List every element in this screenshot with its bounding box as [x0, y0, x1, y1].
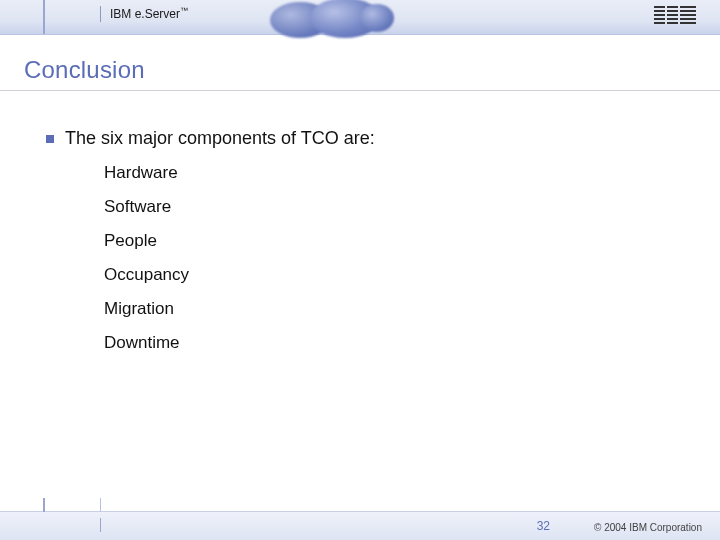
page-number: 32	[537, 519, 550, 533]
list-item: People	[104, 231, 680, 251]
blob-decoration	[270, 2, 330, 38]
slide-title: Conclusion	[24, 56, 145, 84]
lead-bullet: The six major components of TCO are:	[46, 128, 680, 149]
header-decorative-blobs	[270, 0, 390, 40]
footer-accent-line	[43, 498, 45, 512]
brand-tm: ™	[180, 6, 188, 15]
header-accent-line	[43, 0, 45, 34]
header-divider	[100, 6, 101, 22]
content-area: The six major components of TCO are: Har…	[46, 128, 680, 367]
lead-text: The six major components of TCO are:	[65, 128, 375, 148]
list-item: Downtime	[104, 333, 680, 353]
header-bar: IBM e.Server™	[0, 0, 720, 35]
list-item: Software	[104, 197, 680, 217]
footer-divider-upper	[100, 498, 101, 512]
blob-decoration	[310, 0, 380, 38]
brand-label: IBM e.Server™	[110, 7, 188, 21]
title-underline	[0, 90, 720, 91]
list-item: Migration	[104, 299, 680, 319]
ibm-logo-icon	[654, 6, 696, 24]
item-list: Hardware Software People Occupancy Migra…	[46, 163, 680, 353]
list-item: Occupancy	[104, 265, 680, 285]
brand-text: IBM e.Server	[110, 7, 180, 21]
bullet-square-icon	[46, 135, 54, 143]
copyright-text: © 2004 IBM Corporation	[594, 522, 702, 533]
list-item: Hardware	[104, 163, 680, 183]
blob-decoration	[360, 4, 394, 32]
footer-bar: 32 © 2004 IBM Corporation	[0, 511, 720, 540]
footer-divider	[100, 518, 101, 532]
